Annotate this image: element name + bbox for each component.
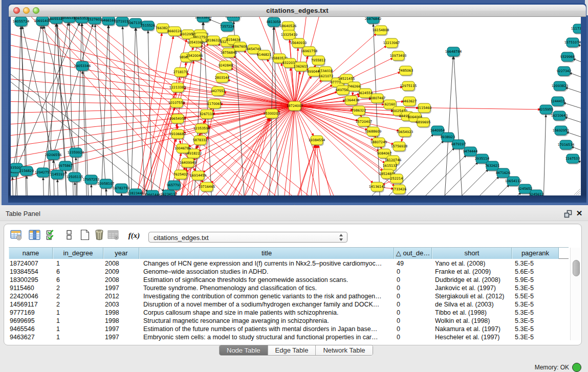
- tab-network-table[interactable]: Network Table: [316, 345, 372, 356]
- window-titlebar[interactable]: citations_edges.txt: [9, 5, 586, 17]
- cell-in_degree[interactable]: 6: [56, 276, 102, 284]
- graph-node[interactable]: 15756928: [391, 142, 408, 152]
- cell-in_degree[interactable]: 2: [56, 300, 102, 309]
- cell-pagerank[interactable]: 5.3E-5: [515, 325, 558, 333]
- new-column-button[interactable]: [78, 229, 92, 243]
- table-row[interactable]: 911546021997Tourette syndrome. Phenomeno…: [9, 284, 569, 292]
- cell-title[interactable]: Genome–wide association studies in ADHD.: [143, 268, 393, 276]
- graph-node[interactable]: 16210643: [551, 111, 568, 121]
- cell-name[interactable]: 9699695: [10, 317, 52, 325]
- graph-node[interactable]: 16033809: [195, 17, 212, 23]
- citation-edge-black[interactable]: [565, 117, 581, 129]
- graph-node[interactable]: 5878332: [193, 136, 207, 146]
- cell-year[interactable]: 2003: [105, 300, 138, 309]
- graph-node[interactable]: 7485063: [399, 66, 413, 76]
- graph-node[interactable]: 16914459: [190, 171, 207, 181]
- cell-name[interactable]: 19384554: [10, 268, 52, 276]
- citation-edge-black[interactable]: [563, 103, 581, 115]
- citation-edge-black[interactable]: [66, 170, 68, 195]
- table-row[interactable]: 1456911722003Disruption of a novel membe…: [9, 300, 569, 309]
- unselect-all-button[interactable]: [62, 229, 76, 243]
- graph-node[interactable]: 10654923: [397, 127, 413, 138]
- cell-pagerank[interactable]: 5.3E-5: [515, 300, 558, 309]
- graph-node[interactable]: 17957253: [83, 175, 100, 185]
- graph-node[interactable]: 15720407: [356, 117, 373, 127]
- cell-year[interactable]: 2009: [105, 268, 138, 276]
- graph-node[interactable]: 15751074: [564, 38, 581, 48]
- cell-name[interactable]: 9115460: [10, 284, 52, 292]
- column-header-title[interactable]: title: [139, 248, 394, 259]
- graph-node[interactable]: 10543362: [187, 38, 204, 48]
- cell-pagerank[interactable]: 5.6E-5: [515, 268, 558, 276]
- network-canvas[interactable]: 1405572420691406160553271956535810653526…: [11, 17, 581, 195]
- column-header-pagerank[interactable]: pagerank: [512, 248, 559, 259]
- cell-year[interactable]: 2008: [105, 276, 138, 284]
- cell-out_de[interactable]: 0: [397, 309, 431, 317]
- graph-node[interactable]: 9427552: [211, 86, 225, 97]
- graph-node[interactable]: 9227342: [557, 67, 571, 77]
- citation-edge-red[interactable]: [302, 145, 316, 195]
- graph-node[interactable]: 2156829: [19, 166, 34, 177]
- graph-node[interactable]: 9975867: [58, 161, 73, 171]
- graph-node[interactable]: 10688609: [365, 127, 382, 137]
- citation-edge-red[interactable]: [317, 145, 328, 195]
- graph-node[interactable]: 12975115: [400, 81, 417, 92]
- graph-node[interactable]: 25300203: [264, 109, 280, 119]
- cell-year[interactable]: 1998: [105, 309, 138, 317]
- graph-node[interactable]: 12505115: [67, 172, 83, 183]
- graph-node[interactable]: 12213383: [169, 83, 186, 93]
- table-row[interactable]: 977716911998Corpus callosum shape and si…: [9, 309, 569, 317]
- cell-out_de[interactable]: 0: [397, 284, 431, 292]
- cell-year[interactable]: 1997: [105, 333, 138, 341]
- graph-node[interactable]: 10807467: [369, 94, 386, 104]
- cell-out_de[interactable]: 0: [397, 276, 431, 284]
- graph-node[interactable]: 2803144: [215, 73, 229, 83]
- memory-status-icon[interactable]: [572, 363, 581, 372]
- cell-in_degree[interactable]: 1: [56, 333, 102, 341]
- graph-node[interactable]: 16961758: [301, 47, 318, 57]
- cell-name[interactable]: 9463627: [10, 333, 52, 341]
- cell-year[interactable]: 2012: [105, 292, 138, 300]
- cell-name[interactable]: 18724007: [10, 259, 52, 268]
- citation-edge-red[interactable]: [11, 101, 295, 106]
- cell-title[interactable]: Changes of HCN gene expression and I(f) …: [143, 259, 393, 268]
- graph-node[interactable]: 12359924: [68, 148, 84, 158]
- graph-node[interactable]: 19654952: [169, 114, 186, 124]
- function-builder-button[interactable]: f(x): [127, 229, 141, 243]
- citation-edge-red[interactable]: [295, 48, 298, 106]
- citation-edge-black[interactable]: [442, 56, 453, 195]
- graph-node[interactable]: 19384554: [309, 136, 325, 146]
- graph-node[interactable]: 1244415: [551, 97, 565, 107]
- cell-short[interactable]: Stergiakouli et al. (2012): [435, 292, 511, 300]
- cell-title[interactable]: Corpus callosum shape and size in male p…: [143, 309, 393, 317]
- cell-short[interactable]: de Silva et al. (2003): [435, 300, 511, 309]
- graph-node[interactable]: 1167533: [565, 154, 580, 164]
- cell-out_de[interactable]: 0: [397, 333, 431, 341]
- graph-node[interactable]: 10973493: [390, 51, 407, 61]
- table-row[interactable]: 2242004622012Investigating the contribut…: [9, 292, 569, 300]
- graph-node[interactable]: 9657791: [167, 181, 181, 191]
- table-options-button[interactable]: [9, 229, 23, 243]
- graph-node[interactable]: 29053346: [74, 61, 91, 72]
- tab-edge-table[interactable]: Edge Table: [268, 345, 316, 356]
- graph-node[interactable]: 9245612: [529, 190, 543, 195]
- graph-node[interactable]: 9474444: [463, 147, 477, 157]
- graph-node[interactable]: 21364436: [343, 96, 360, 106]
- tab-node-table[interactable]: Node Table: [220, 345, 268, 356]
- citation-graph[interactable]: 1405572420691406160553271956535810653526…: [11, 17, 581, 195]
- cell-pagerank[interactable]: 5.9E-5: [515, 276, 558, 284]
- citation-edge-black[interactable]: [365, 184, 509, 195]
- table-row[interactable]: 1872400712008Changes of HCN gene express…: [9, 259, 569, 268]
- graph-node[interactable]: 1170065: [207, 99, 222, 110]
- cell-in_degree[interactable]: 1: [56, 325, 102, 333]
- cell-title[interactable]: Embryonic stem cells: a model to study s…: [143, 333, 393, 341]
- graph-node[interactable]: 7357224: [220, 22, 234, 32]
- citation-edge-red[interactable]: [211, 106, 295, 184]
- table-row[interactable]: 946554611997Estimation of the future num…: [9, 325, 569, 333]
- cell-short[interactable]: Wolkin et al. (1998): [435, 317, 511, 325]
- graph-node[interactable]: 7625402: [173, 170, 188, 180]
- resize-grip-icon[interactable]: [573, 189, 580, 195]
- cell-in_degree[interactable]: 1: [56, 309, 102, 317]
- table-row[interactable]: 1830029562008Estimation of significance …: [9, 276, 569, 284]
- graph-node[interactable]: 8267110: [200, 110, 214, 120]
